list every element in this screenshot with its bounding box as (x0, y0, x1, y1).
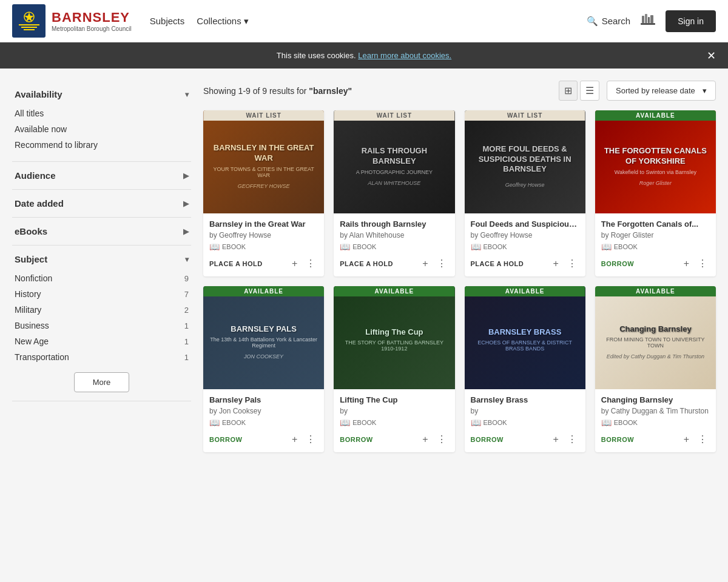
add-to-list-btn-4[interactable]: + (681, 257, 692, 270)
cover-subtitle-2: A PHOTOGRAPHIC JOURNEY (356, 169, 433, 175)
more-options-btn-8[interactable]: ⋮ (695, 432, 710, 446)
bookshelf-icon[interactable] (639, 11, 656, 32)
sort-dropdown[interactable]: Sorted by release date ▾ (607, 81, 716, 101)
subject-more-button[interactable]: More (74, 372, 130, 392)
book-cover-7: BARNSLEY BRASS ECHOES OF BARNSLEY & DIST… (465, 286, 585, 389)
add-to-list-btn-6[interactable]: + (420, 433, 430, 446)
book-card-6: AVAILABLE Lifting The Cup THE STORY OF B… (334, 286, 454, 452)
add-to-list-btn-5[interactable]: + (289, 433, 300, 446)
sidebar-item-all-titles[interactable]: All titles (12, 105, 191, 121)
book-title-5: Barnsley Pals (209, 395, 318, 404)
book-format-6: 📖 EBOOK (340, 418, 448, 427)
book-action-btn-4[interactable]: BORROW (601, 260, 634, 267)
book-author-1: by Geoffrey Howse (209, 231, 318, 239)
sidebar-subject-section: Subject ▾ Nonfiction 9 History 7 Militar… (12, 246, 191, 401)
ebook-icon-2: 📖 (340, 242, 350, 252)
book-action-btn-5[interactable]: BORROW (209, 436, 242, 443)
sign-in-button[interactable]: Sign in (666, 10, 716, 32)
results-text: Showing 1-9 of 9 results for "barnsley" (203, 86, 352, 96)
ebook-icon-1: 📖 (209, 242, 220, 252)
book-title-7: Barnsley Brass (471, 395, 579, 404)
audience-chevron-icon: ▶ (183, 172, 189, 180)
nav-subjects[interactable]: Subjects (150, 16, 185, 26)
book-author-8: by Cathy Duggan & Tim Thurston (601, 407, 710, 415)
more-options-btn-7[interactable]: ⋮ (565, 432, 579, 446)
book-format-7: 📖 EBOOK (471, 418, 579, 427)
cover-title-6: Lifting The Cup (365, 327, 423, 338)
book-format-5: 📖 EBOOK (209, 418, 318, 427)
header-left: BARNSLEY Metropolitan Borough Council Su… (12, 4, 249, 38)
list-view-button[interactable]: ☰ (580, 81, 599, 101)
sidebar-item-nonfiction[interactable]: Nonfiction 9 (12, 270, 191, 286)
logo-text: BARNSLEY Metropolitan Borough Council (52, 10, 132, 32)
book-badge-6: AVAILABLE (334, 286, 454, 296)
book-actions-3: PLACE A HOLD + ⋮ (471, 256, 579, 270)
more-options-btn-6[interactable]: ⋮ (434, 432, 449, 446)
svg-rect-10 (650, 15, 653, 23)
book-badge-4: AVAILABLE (595, 110, 716, 121)
sidebar-audience-header[interactable]: Audience ▶ (12, 170, 191, 181)
header: BARNSLEY Metropolitan Borough Council Su… (0, 0, 728, 42)
ebooks-chevron-icon: ▶ (183, 227, 189, 236)
book-author-5: by Jon Cooksey (209, 407, 318, 415)
more-options-btn-1[interactable]: ⋮ (303, 256, 318, 270)
logo-area: BARNSLEY Metropolitan Borough Council (12, 4, 132, 38)
more-options-btn-3[interactable]: ⋮ (565, 256, 579, 270)
book-action-btn-3[interactable]: PLACE A HOLD (471, 260, 524, 267)
search-button[interactable]: 🔍 Search (587, 16, 631, 27)
book-action-btn-2[interactable]: PLACE A HOLD (340, 260, 393, 267)
book-author-7: by (471, 407, 579, 415)
book-actions-7: BORROW + ⋮ (471, 432, 579, 446)
svg-rect-6 (641, 23, 655, 25)
book-actions-5: BORROW + ⋮ (209, 432, 318, 446)
cover-author-2: ALAN WHITEHOUSE (368, 180, 420, 186)
book-info-6: Lifting The Cup by 📖 EBOOK BORROW + ⋮ (334, 389, 454, 452)
sidebar-item-new-age[interactable]: New Age 1 (12, 333, 191, 349)
cookie-banner: This site uses cookies. Learn more about… (0, 42, 728, 69)
add-to-list-btn-1[interactable]: + (289, 257, 300, 270)
book-badge-8: AVAILABLE (595, 286, 716, 296)
sidebar-audience-section: Audience ▶ (12, 162, 191, 190)
book-info-8: Changing Barnsley by Cathy Duggan & Tim … (595, 389, 716, 452)
sidebar-item-history[interactable]: History 7 (12, 286, 191, 302)
sidebar-item-transportation[interactable]: Transportation 1 (12, 349, 191, 365)
cover-title-5: BARNSLEY PALS (231, 324, 297, 335)
card-icons-7: + ⋮ (550, 432, 579, 446)
book-cover-8: Changing Barnsley FROM MINING TOWN TO UN… (595, 286, 716, 389)
book-action-btn-6[interactable]: BORROW (340, 436, 372, 443)
book-cover-3: MORE FOUL DEEDS & SUSPICIOUS DEATHS IN B… (465, 110, 585, 213)
cookie-close-button[interactable]: ✕ (707, 49, 716, 62)
book-action-btn-1[interactable]: PLACE A HOLD (209, 260, 263, 267)
header-right: 🔍 Search Sign in (587, 10, 716, 32)
add-to-list-btn-7[interactable]: + (550, 433, 561, 446)
book-author-3: by Geoffrey Howse (471, 231, 579, 239)
sidebar-ebooks-header[interactable]: eBooks ▶ (12, 226, 191, 236)
more-options-btn-2[interactable]: ⋮ (434, 256, 449, 270)
book-action-btn-8[interactable]: BORROW (601, 436, 634, 443)
sidebar-date-header[interactable]: Date added ▶ (12, 198, 191, 209)
add-to-list-btn-3[interactable]: + (550, 257, 561, 270)
book-title-6: Lifting The Cup (340, 395, 448, 404)
book-title-2: Rails through Barnsley (340, 219, 448, 229)
add-to-list-btn-2[interactable]: + (420, 257, 430, 270)
sidebar-item-available-now[interactable]: Available now (12, 121, 191, 137)
sidebar-availability-header[interactable]: Availability ▾ (12, 89, 191, 99)
card-icons-4: + ⋮ (681, 256, 710, 270)
cover-subtitle-6: THE STORY OF BATTLING BARNSLEY 1910-1912 (339, 340, 450, 352)
more-options-btn-5[interactable]: ⋮ (303, 432, 318, 446)
book-author-6: by (340, 407, 448, 415)
sidebar-item-military[interactable]: Military 2 (12, 302, 191, 318)
more-options-btn-4[interactable]: ⋮ (695, 256, 710, 270)
grid-view-button[interactable]: ⊞ (559, 81, 578, 101)
sidebar-item-business[interactable]: Business 1 (12, 318, 191, 333)
sidebar-subject-header[interactable]: Subject ▾ (12, 254, 191, 264)
svg-rect-9 (648, 17, 650, 23)
add-to-list-btn-8[interactable]: + (681, 433, 692, 446)
results-header: Showing 1-9 of 9 results for "barnsley" … (203, 81, 716, 101)
cookie-learn-more-link[interactable]: Learn more about cookies. (358, 51, 451, 60)
nav-collections[interactable]: Collections ▾ (197, 16, 248, 27)
book-action-btn-7[interactable]: BORROW (471, 436, 504, 443)
sidebar-subject-items: Nonfiction 9 History 7 Military 2 Busine… (12, 270, 191, 365)
sidebar-item-recommend[interactable]: Recommend to library (12, 137, 191, 153)
ebook-icon-6: 📖 (340, 418, 350, 427)
